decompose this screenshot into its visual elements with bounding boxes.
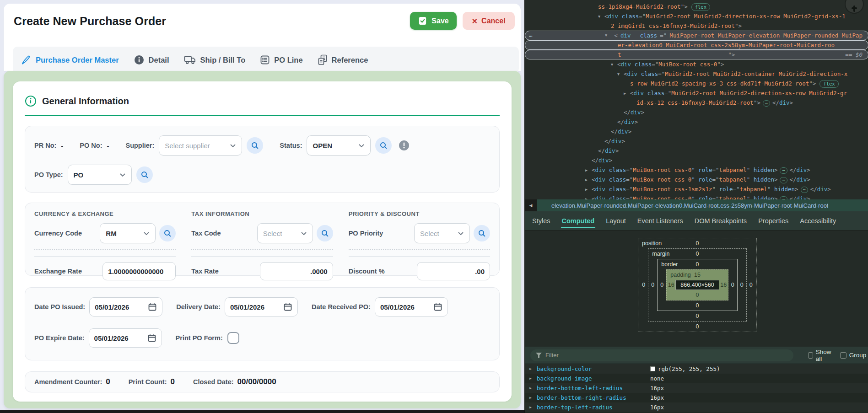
dom-tree-row[interactable]: ▼<div class="MuiBox-root css-0">	[525, 59, 868, 69]
exchange-rate-input[interactable]: 1.0000000000000	[102, 262, 176, 280]
collapse-arrow-icon[interactable]: ▶	[585, 185, 592, 194]
ellipsis-expand-icon[interactable]: ⋯	[801, 187, 808, 193]
discount-input[interactable]: .00	[417, 262, 490, 280]
dom-tree-row[interactable]: ss-1pi8xg4-MuiGrid2-root">flex	[525, 2, 868, 11]
devtools-tab-properties[interactable]: Properties	[758, 211, 788, 230]
flex-badge[interactable]: flex	[819, 80, 838, 88]
select-value: Select	[420, 230, 439, 237]
ellipsis-expand-icon[interactable]: ⋯	[780, 196, 787, 200]
dom-tree-row[interactable]: ▶<div class="MuiBox-root css-0" role="ta…	[525, 165, 868, 175]
status-search-button[interactable]	[375, 137, 392, 154]
box-model-margin[interactable]: margin0 0 border0 0 padding15	[648, 248, 746, 322]
disclosure-arrow-icon[interactable]: ▶	[529, 367, 537, 371]
computed-property-row[interactable]: ▶background-colorrgb(255, 255, 255)	[525, 364, 868, 374]
show-all-label: Show all	[816, 349, 833, 362]
dom-tree-row[interactable]: er-elevation0 MuiCard-root css-2s58ym-Mu…	[525, 40, 868, 50]
ellipsis-expand-icon[interactable]: ⋯	[780, 167, 787, 174]
dom-tree-row[interactable]: ▶<div class="MuiBox-root css-0" role="ta…	[525, 175, 868, 184]
ellipsis-expand-icon[interactable]: ⋯	[763, 100, 770, 107]
expand-arrow-icon[interactable]: ▼	[611, 60, 617, 70]
devtools-tab-event-listeners[interactable]: Event Listeners	[637, 211, 683, 230]
devtools-tab-layout[interactable]: Layout	[606, 211, 626, 230]
disclosure-arrow-icon[interactable]: ▶	[529, 386, 537, 390]
tax-rate-input[interactable]: .0000	[260, 262, 333, 280]
collapse-arrow-icon[interactable]: ▶	[585, 175, 592, 185]
computed-property-row[interactable]: ▶border-bottom-right-radius16px	[525, 393, 868, 402]
devtools-tab-accessibility[interactable]: Accessibility	[800, 211, 836, 230]
supplier-search-button[interactable]	[247, 137, 263, 154]
show-all-checkbox[interactable]	[808, 352, 813, 359]
dom-tree-row[interactable]: ▼<div class="MuiGrid2-root MuiGrid2-cont…	[525, 69, 868, 79]
filter-input[interactable]: Filter	[530, 349, 793, 361]
collapse-arrow-icon[interactable]: ▶	[624, 89, 630, 98]
tab-purchase-order-master[interactable]: Purchase Order Master	[19, 47, 120, 73]
tax-code-select[interactable]: Select	[257, 223, 313, 243]
dom-tree-row[interactable]: </div>	[525, 146, 868, 156]
disclosure-arrow-icon[interactable]: ▶	[529, 376, 537, 381]
dom-tree-row[interactable]: t"> == $0	[525, 50, 868, 59]
devtools-tab-dom-breakpoints[interactable]: DOM Breakpoints	[695, 211, 747, 230]
dom-tree-row[interactable]: </div>	[525, 117, 868, 127]
tab-detail[interactable]: Detail	[132, 47, 171, 73]
po-priority-select[interactable]: Select	[414, 223, 470, 243]
dom-tree-row[interactable]: s-row MuiGrid2-spacing-xs-3 css-dkd71f-M…	[525, 79, 868, 88]
currency-code-select[interactable]: RM	[100, 223, 156, 243]
dom-tree-row[interactable]: </div>	[525, 107, 868, 117]
print-po-form-checkbox[interactable]	[227, 332, 239, 344]
tab-po-line[interactable]: PO Line	[259, 47, 304, 73]
code-segment: ="	[712, 195, 719, 199]
group-label: Group	[849, 352, 867, 359]
breadcrumb-back-icon[interactable]: ◀	[525, 199, 537, 211]
dom-tree-row[interactable]: id-xs-12 css-16fnxy3-MuiGrid2-root">⋯</d…	[525, 98, 868, 107]
group-checkbox[interactable]	[840, 352, 846, 359]
column-input-row: Discount %.00	[349, 262, 490, 280]
ellipsis-expand-icon[interactable]: ⋯	[780, 177, 787, 183]
dom-tree-row[interactable]: ▶<div class="MuiGrid2-root MuiGrid2-dire…	[525, 88, 868, 98]
box-model-padding[interactable]: padding15 16 866.400×560 16 0	[666, 269, 728, 300]
expand-arrow-icon[interactable]: ▼	[605, 31, 611, 40]
computed-property-row[interactable]: ▶border-top-left-radius16px	[525, 402, 868, 412]
dom-tree-row[interactable]: ▼<div class="MuiGrid2-root MuiGrid2-dire…	[525, 11, 868, 21]
tab-reference[interactable]: Reference	[316, 47, 370, 73]
dom-tree-row[interactable]: </div>	[525, 136, 868, 146]
tab-ship-bill-to[interactable]: Ship / Bill To	[183, 47, 247, 73]
po-priority-search-button[interactable]	[474, 225, 490, 241]
status-select[interactable]: OPEN	[307, 135, 371, 156]
devtools-tab-computed[interactable]: Computed	[562, 211, 595, 230]
code-segment: div	[631, 109, 641, 116]
dom-tree-row[interactable]: ▶<div class="MuiBox-root css-1sm2s1z" ro…	[525, 184, 868, 194]
po-type-search-button[interactable]	[136, 166, 153, 183]
dom-tree-row[interactable]: 2 imgGird1 css-16fnxy3-MuiGrid2-root">	[525, 21, 868, 31]
tax-code-search-button[interactable]	[317, 225, 333, 241]
currency-code-search-button[interactable]	[159, 225, 176, 241]
box-model-content[interactable]: 866.400×560	[675, 280, 719, 290]
value-text: 16px	[650, 404, 664, 411]
computed-property-row[interactable]: ▶background-imagenone	[525, 374, 868, 383]
dom-tree-row[interactable]: </div>	[525, 127, 868, 136]
devtools-tab-styles[interactable]: Styles	[532, 211, 550, 230]
disclosure-arrow-icon[interactable]: ▶	[529, 405, 537, 409]
dom-tree-row[interactable]: ⋯▼<div class="MuiPaper-root MuiPaper-ele…	[525, 31, 868, 40]
expand-arrow-icon[interactable]: ▼	[598, 12, 604, 21]
collapse-arrow-icon[interactable]: ▶	[585, 194, 592, 199]
expand-arrow-icon[interactable]: ▼	[617, 70, 624, 79]
computed-property-row[interactable]: ▶border-bottom-left-radius16px	[525, 383, 868, 393]
flex-badge[interactable]: flex	[691, 3, 710, 11]
po-expire-date-input[interactable]: 05/01/2026	[89, 328, 162, 348]
section-divider	[25, 115, 500, 116]
dom-tree-row[interactable]: </div>	[525, 156, 868, 165]
po-type-select[interactable]: PO	[68, 165, 132, 185]
search-icon	[478, 229, 486, 237]
collapse-arrow-icon[interactable]: ▶	[585, 166, 592, 175]
dom-tree-row[interactable]: ▶<div class="MuiBox-root css-0" role="ta…	[525, 194, 868, 199]
box-model-position[interactable]: position0 0 margin0 0 border0 0	[638, 238, 757, 332]
row-actions-icon[interactable]: ⋯	[529, 31, 533, 41]
disclosure-arrow-icon[interactable]: ▶	[529, 396, 537, 400]
date-received-po-input[interactable]: 05/01/2026	[375, 297, 448, 316]
date-po-issued-input[interactable]: 05/01/2026	[89, 297, 162, 316]
cancel-button[interactable]: × Cancel	[463, 12, 515, 30]
box-model-border[interactable]: border0 0 padding15 16 866.400×560 16	[657, 259, 737, 311]
supplier-select[interactable]: Select supplier	[159, 135, 242, 156]
save-button[interactable]: Save	[410, 12, 457, 30]
delivery-date-input[interactable]: 05/01/2026	[225, 297, 298, 316]
